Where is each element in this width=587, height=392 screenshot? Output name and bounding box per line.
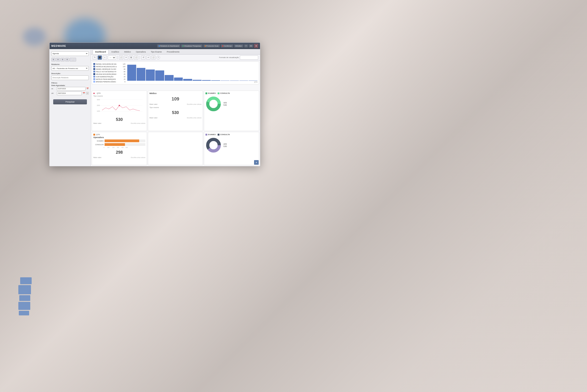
sidebar: Agenda B B B B ⬜ Relatorio: AG - Pacient… [49,49,91,166]
tab-analitico[interactable]: Analítico [109,50,121,54]
bar-chart-axis-label: QTD [127,81,257,83]
axis-0: 0 [104,147,104,148]
de-calendar-icon[interactable]: 📅 [86,88,89,90]
undo-btn[interactable]: ↩ [146,56,150,60]
editor-button[interactable]: Editor [234,44,243,48]
grid-btn[interactable]: ⬜ [151,56,155,60]
align-btn[interactable]: ⬜ [134,56,138,60]
title-bar: MEDWARE Relatorio & Dashboard Visualizar… [49,43,260,49]
tab-medico[interactable]: Médico [122,50,133,54]
svg-point-12 [209,141,218,149]
bar-chart-area: QTD [127,63,257,83]
donut1-consulta-dot [218,92,219,94]
operadora-title: Operadora [93,136,145,138]
tab-procedimento[interactable]: Procedimento [164,50,182,54]
bar-6 [174,78,183,81]
sidebar-tool-btn-1[interactable]: B [51,58,55,62]
donut1-values: 405 530 [223,102,227,106]
axis-100: 100 [107,147,109,148]
relatorio-dashboard-button[interactable]: Relatorio & Dashboard [157,44,180,48]
ate-calendar-icon[interactable]: 📅 [83,92,85,94]
hbar-container: EXAMES CONSULTA [93,140,145,146]
sidebar-tool-btn-5[interactable]: ⬜ [70,58,76,62]
legend-item-2: PATRÍCIA HELENA ALVES & 100 [93,66,125,68]
filter-de-row: de 📅 [51,87,89,90]
help-button-titlebar[interactable]: ? [244,44,248,48]
line-chart-value: 530 [93,117,145,122]
descricao-label: Descrição: [51,72,89,74]
copy-btn[interactable]: ⬜ [119,56,123,60]
legend-color-5 [93,73,95,75]
bar-14 [249,80,257,81]
donut2-exames-legend: EXAMES [205,134,216,136]
sidebar-tool-btn-3[interactable]: B [60,58,65,62]
delete-btn[interactable]: 🗑 [129,56,133,60]
view-tool-btn[interactable]: ⬛ [98,56,102,60]
operadora-value-big: 298 [93,150,145,155]
legend-item-8: BRENDA PEREIRA DAMAC 8 [93,81,125,82]
help-btn-bottom[interactable]: ✕ [254,160,259,165]
tab-operadora[interactable]: Operadora [134,50,148,54]
dash-select[interactable]: — [108,56,116,60]
hbar-exames-track [104,140,145,142]
settings-button-titlebar[interactable]: ⚙ [249,44,253,48]
agenda-container: Agenda [51,51,89,56]
donut2-exames-label: EXAMES [208,134,216,136]
descricao-input[interactable] [51,76,89,80]
filter-ate-row: até 📅 ≡ [51,92,89,95]
de-label: de [51,88,56,90]
tab-dashboard[interactable]: Dashboard [93,50,108,54]
axis-200: 200 [112,147,114,148]
confirmar-dot [222,46,223,46]
tab-tipo-exame[interactable]: Tipo Exame [149,50,164,54]
donut1-consulta-legend: CONSULTA [218,92,230,94]
redo-btn[interactable]: ↺ [141,56,145,60]
title-bar-right: Relatorio & Dashboard Visualizar Pesquis… [157,44,258,48]
visualization-input[interactable] [240,56,258,60]
dashboard-toolbar: ✎ ⬛ • — ⬜ ✂ 🗑 ⬜ ↺ ↩ ⬜ ? Formato de visua… [91,54,260,60]
cut-btn[interactable]: ✂ [124,56,128,60]
relatorio-field: Relatorio: AG - Pacientes de Primeira ve… [51,63,89,71]
qtd-orange-label: QTD [96,134,100,136]
bar-10 [211,80,220,81]
maior-valor-label-4: Maior valor: [93,157,102,158]
legend-color-4 [93,71,95,72]
edit-tool-btn[interactable]: ✎ [93,56,97,60]
ate-date-input[interactable] [57,92,82,95]
search-button[interactable]: Pesquisar [53,99,87,104]
descricao-field: Descrição: [51,72,89,80]
relatorio-select[interactable]: AG - Pacientes de Primeira vez [51,66,89,71]
donut1-val1: 405 [223,102,227,104]
legend-item-6: ICAR ADMINISTRAÇÃO 25 [93,76,125,78]
hbar-exames-label: EXAMES [93,140,104,142]
line-chart-meta: Maior valor: Escolha uma coluna [93,122,145,124]
donut-chart-1-panel: EXAMES CONSULTA [204,90,259,131]
toolbar-help-btn[interactable]: ? [156,56,160,60]
donut1-val2: 530 [223,104,227,106]
date-filter-extra-btn[interactable]: ≡ [86,92,89,94]
svg-text:200: 200 [97,104,100,106]
filtros-section: Filtros: Data Agendada: de 📅 até 📅 ≡ [51,82,89,95]
sidebar-tool-btn-4[interactable]: B [65,58,69,62]
visualizar-pesquisas-button[interactable]: Visualizar Pesquisas [181,44,202,48]
legend-val-4: 80 [124,71,125,72]
bar-13 [239,80,248,81]
dot-tool-btn[interactable]: • [103,56,107,60]
confirmar-button[interactable]: Confirmar [221,44,233,48]
line-chart-svg: 300 200 100 [93,98,145,116]
bar-11 [221,80,229,81]
medico-meta-row-1: Maior valor: Escolha uma coluna [149,104,202,105]
legend-val-7: 15 [124,78,125,80]
hbar-axis: 0 100 200 300 400 500 [104,147,145,148]
legend-item-5: HELENA NOGUEIRA BRASI 45 [93,73,125,75]
bar-chart-legend: RAFAEL NOGUEIRA DE MA 125 PATRÍCIA HELEN… [93,63,125,83]
protocolo-guia-button[interactable]: Protocolo Guia [203,44,220,48]
agenda-select[interactable]: Agenda [51,52,89,56]
de-date-input[interactable] [57,87,85,90]
toolbar-sep2 [140,56,140,60]
escolha-coluna-3: Escolha uma coluna [187,117,201,118]
svg-text:300: 300 [97,99,100,101]
sidebar-tool-btn-2[interactable]: B [56,58,60,62]
donut2-container: 405 530 [205,137,257,153]
close-window-button[interactable]: ✕ [254,44,258,48]
